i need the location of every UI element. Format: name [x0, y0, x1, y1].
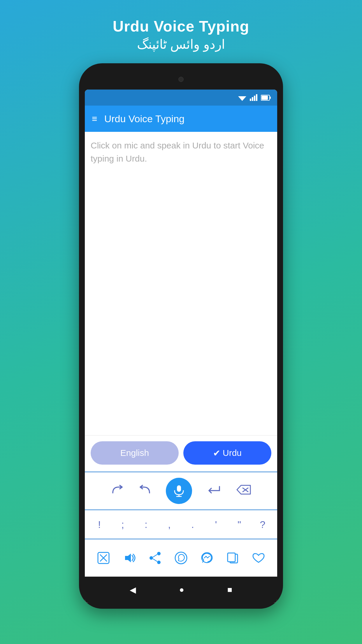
- english-button[interactable]: English: [91, 441, 179, 465]
- svg-marker-12: [125, 554, 131, 562]
- punct-apostrophe[interactable]: ': [207, 519, 225, 530]
- punct-comma[interactable]: ,: [161, 519, 178, 530]
- mic-button[interactable]: [166, 478, 192, 504]
- lang-buttons-container: English ✔ Urdu: [85, 435, 277, 472]
- home-button[interactable]: ●: [179, 585, 184, 594]
- svg-marker-0: [238, 96, 246, 101]
- app-title-area: Urdu Voice Typing اردو وائس ٹائپنگ: [113, 18, 249, 52]
- svg-point-13: [157, 552, 161, 555]
- text-area[interactable]: Click on mic and speak in Urdu to start …: [85, 132, 277, 435]
- punct-question[interactable]: ?: [254, 519, 271, 530]
- svg-line-16: [153, 554, 157, 557]
- svg-rect-3: [270, 97, 271, 99]
- signal-bar-2: [252, 97, 253, 101]
- punct-exclaim[interactable]: !: [91, 519, 108, 530]
- app-title-english: Urdu Voice Typing: [113, 18, 249, 35]
- app-title-urdu: اردو وائس ٹائپنگ: [113, 37, 249, 52]
- punct-semicolon[interactable]: ;: [114, 519, 131, 530]
- phone-camera: [178, 77, 184, 82]
- undo-icon[interactable]: [138, 484, 151, 498]
- share-icon[interactable]: [145, 548, 165, 568]
- signal-bars: [250, 94, 257, 101]
- placeholder-text: Click on mic and speak in Urdu to start …: [91, 139, 271, 165]
- punct-period[interactable]: .: [184, 519, 201, 530]
- clear-icon[interactable]: [93, 548, 114, 568]
- wifi-icon: [238, 94, 246, 101]
- app-bar: ≡ Urdu Voice Typing: [85, 106, 277, 132]
- signal-bar-1: [250, 99, 251, 101]
- phone-device: ≡ Urdu Voice Typing Click on mic and spe…: [79, 63, 283, 609]
- status-bar: [85, 90, 277, 106]
- speaker-icon[interactable]: [119, 548, 140, 568]
- svg-point-18: [175, 552, 187, 564]
- signal-bar-4: [256, 94, 257, 101]
- voice-controls-row: [85, 472, 277, 510]
- redo-icon[interactable]: [111, 484, 124, 498]
- svg-point-14: [150, 556, 153, 560]
- svg-line-17: [153, 559, 157, 561]
- back-button[interactable]: ◀: [130, 585, 136, 595]
- phone-camera-area: [85, 69, 277, 90]
- recent-button[interactable]: ■: [227, 585, 232, 594]
- battery-icon: [261, 94, 271, 101]
- heart-icon[interactable]: [248, 548, 269, 568]
- signal-bar-3: [254, 96, 255, 101]
- backspace-icon[interactable]: [236, 484, 251, 498]
- svg-rect-4: [177, 485, 181, 492]
- action-row: [85, 539, 277, 577]
- svg-point-15: [157, 561, 161, 564]
- bottom-nav-bar: ◀ ● ■: [85, 577, 277, 603]
- punctuation-row: ! ; : , . ' " ?: [85, 510, 277, 539]
- svg-rect-2: [261, 96, 268, 100]
- punct-quote[interactable]: ": [231, 519, 248, 530]
- phone-screen: ≡ Urdu Voice Typing Click on mic and spe…: [85, 90, 277, 603]
- whatsapp-icon[interactable]: [171, 548, 191, 568]
- svg-rect-21: [228, 553, 235, 562]
- enter-icon[interactable]: [207, 484, 221, 498]
- messenger-icon[interactable]: [197, 548, 217, 568]
- app-bar-title: Urdu Voice Typing: [104, 113, 184, 125]
- menu-icon[interactable]: ≡: [92, 114, 97, 123]
- copy-icon[interactable]: [222, 548, 243, 568]
- punct-colon[interactable]: :: [137, 519, 155, 530]
- urdu-button[interactable]: ✔ Urdu: [183, 441, 271, 465]
